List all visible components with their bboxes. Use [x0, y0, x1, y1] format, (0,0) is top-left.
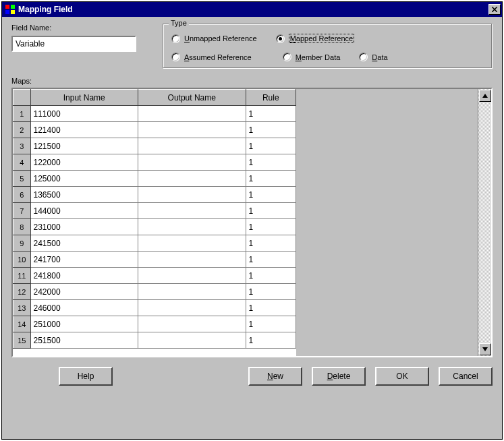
- field-name-input[interactable]: [11, 36, 136, 52]
- cell-output-name[interactable]: [138, 235, 246, 252]
- cell-rule[interactable]: 1: [246, 332, 296, 349]
- svg-rect-3: [11, 10, 15, 14]
- cell-input-name[interactable]: 111000: [30, 106, 138, 122]
- row-header[interactable]: 6: [13, 187, 31, 203]
- radio-mapped-reference[interactable]: Mapped Reference: [276, 34, 355, 43]
- cell-rule[interactable]: 1: [246, 219, 296, 235]
- radio-data[interactable]: Data: [359, 53, 387, 61]
- table-row[interactable]: 21214001: [13, 122, 296, 138]
- cell-output-name[interactable]: [138, 187, 246, 203]
- table-row[interactable]: 102417001: [13, 252, 296, 268]
- cell-input-name[interactable]: 241500: [30, 235, 138, 252]
- row-header[interactable]: 5: [13, 171, 31, 187]
- cell-output-name[interactable]: [138, 122, 246, 138]
- table-row[interactable]: 51250001: [13, 171, 296, 187]
- cell-output-name[interactable]: [138, 332, 246, 349]
- row-header[interactable]: 10: [13, 252, 31, 268]
- row-header[interactable]: 8: [13, 219, 31, 235]
- cell-input-name[interactable]: 121500: [30, 138, 138, 154]
- client-area: Field Name: Type Unmapped Reference Mapp…: [2, 17, 502, 439]
- svg-rect-2: [5, 10, 9, 14]
- cell-output-name[interactable]: [138, 219, 246, 235]
- row-header[interactable]: 7: [13, 203, 31, 219]
- cell-rule[interactable]: 1: [246, 187, 296, 203]
- cell-rule[interactable]: 1: [246, 171, 296, 187]
- row-header[interactable]: 1: [13, 106, 31, 122]
- scroll-up-button[interactable]: [479, 90, 491, 102]
- table-row[interactable]: 11110001: [13, 106, 296, 122]
- table-row[interactable]: 41220001: [13, 154, 296, 171]
- table-row[interactable]: 112418001: [13, 268, 296, 284]
- radio-assumed-reference[interactable]: Assumed Reference: [171, 53, 252, 61]
- cell-input-name[interactable]: 242000: [30, 284, 138, 300]
- row-header[interactable]: 11: [13, 268, 31, 284]
- cell-output-name[interactable]: [138, 171, 246, 187]
- mapping-field-dialog: Mapping Field Field Name: Type Unmapped …: [1, 1, 503, 440]
- row-header[interactable]: 15: [13, 332, 31, 349]
- cancel-button[interactable]: Cancel: [439, 367, 493, 386]
- ok-button[interactable]: OK: [375, 367, 429, 386]
- cell-input-name[interactable]: 241700: [30, 252, 138, 268]
- row-header[interactable]: 4: [13, 154, 31, 171]
- cell-rule[interactable]: 1: [246, 235, 296, 252]
- col-rule[interactable]: Rule: [246, 90, 296, 106]
- cell-rule[interactable]: 1: [246, 316, 296, 332]
- cell-rule[interactable]: 1: [246, 284, 296, 300]
- cell-output-name[interactable]: [138, 300, 246, 316]
- table-row[interactable]: 122420001: [13, 284, 296, 300]
- scroll-down-button[interactable]: [479, 343, 491, 355]
- cell-output-name[interactable]: [138, 284, 246, 300]
- svg-marker-7: [482, 347, 488, 351]
- cell-input-name[interactable]: 241800: [30, 268, 138, 284]
- row-header[interactable]: 12: [13, 284, 31, 300]
- new-button[interactable]: New: [248, 367, 302, 386]
- cell-output-name[interactable]: [138, 154, 246, 171]
- cell-input-name[interactable]: 121400: [30, 122, 138, 138]
- cell-rule[interactable]: 1: [246, 252, 296, 268]
- row-header[interactable]: 3: [13, 138, 31, 154]
- row-header[interactable]: 9: [13, 235, 31, 252]
- cell-input-name[interactable]: 122000: [30, 154, 138, 171]
- row-header[interactable]: 2: [13, 122, 31, 138]
- cell-rule[interactable]: 1: [246, 154, 296, 171]
- table-row[interactable]: 142510001: [13, 316, 296, 332]
- table-row[interactable]: 152515001: [13, 332, 296, 349]
- cell-input-name[interactable]: 246000: [30, 300, 138, 316]
- table-row[interactable]: 31215001: [13, 138, 296, 154]
- cell-output-name[interactable]: [138, 252, 246, 268]
- radio-unmapped-reference[interactable]: Unmapped Reference: [171, 34, 257, 43]
- table-row[interactable]: 82310001: [13, 219, 296, 235]
- row-header[interactable]: 13: [13, 300, 31, 316]
- row-header[interactable]: 14: [13, 316, 31, 332]
- col-input-name[interactable]: Input Name: [30, 90, 138, 106]
- cell-input-name[interactable]: 251500: [30, 332, 138, 349]
- col-output-name[interactable]: Output Name: [138, 90, 246, 106]
- table-row[interactable]: 92415001: [13, 235, 296, 252]
- cell-rule[interactable]: 1: [246, 106, 296, 122]
- close-button[interactable]: [488, 4, 501, 15]
- cell-output-name[interactable]: [138, 316, 246, 332]
- cell-output-name[interactable]: [138, 106, 246, 122]
- table-row[interactable]: 132460001: [13, 300, 296, 316]
- cell-input-name[interactable]: 144000: [30, 203, 138, 219]
- cell-rule[interactable]: 1: [246, 122, 296, 138]
- radio-icon: [359, 53, 368, 61]
- cell-rule[interactable]: 1: [246, 138, 296, 154]
- table-row[interactable]: 71440001: [13, 203, 296, 219]
- cell-rule[interactable]: 1: [246, 300, 296, 316]
- cell-input-name[interactable]: 231000: [30, 219, 138, 235]
- vertical-scrollbar[interactable]: [478, 89, 491, 356]
- cell-input-name[interactable]: 251000: [30, 316, 138, 332]
- cell-output-name[interactable]: [138, 203, 246, 219]
- cell-rule[interactable]: 1: [246, 268, 296, 284]
- cell-input-name[interactable]: 125000: [30, 171, 138, 187]
- table-row[interactable]: 61365001: [13, 187, 296, 203]
- cell-rule[interactable]: 1: [246, 203, 296, 219]
- cell-output-name[interactable]: [138, 138, 246, 154]
- cell-output-name[interactable]: [138, 268, 246, 284]
- radio-member-data[interactable]: Member Data: [283, 53, 341, 61]
- help-button[interactable]: Help: [59, 367, 113, 386]
- delete-button[interactable]: Delete: [312, 367, 366, 386]
- cell-input-name[interactable]: 136500: [30, 187, 138, 203]
- maps-grid[interactable]: Input Name Output Name Rule 111100012121…: [11, 88, 493, 357]
